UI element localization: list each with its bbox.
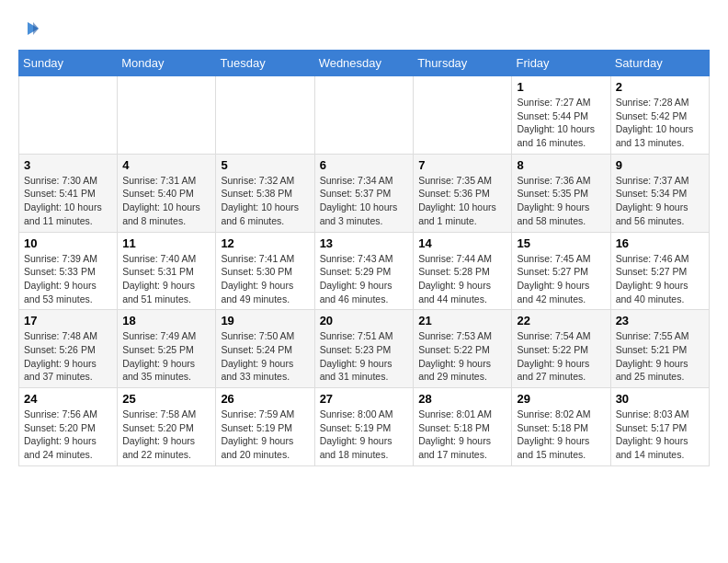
- calendar-cell: 12Sunrise: 7:41 AMSunset: 5:30 PMDayligh…: [216, 232, 314, 310]
- day-number: 13: [320, 236, 409, 250]
- calendar-cell: 23Sunrise: 7:55 AMSunset: 5:21 PMDayligh…: [610, 310, 709, 388]
- day-number: 24: [24, 392, 112, 406]
- day-info: Sunrise: 7:39 AMSunset: 5:33 PMDaylight:…: [24, 252, 112, 306]
- calendar-week-row: 3Sunrise: 7:30 AMSunset: 5:41 PMDaylight…: [19, 154, 710, 232]
- calendar-cell: 25Sunrise: 7:58 AMSunset: 5:20 PMDayligh…: [118, 388, 216, 466]
- day-number: 29: [517, 392, 605, 406]
- day-number: 17: [24, 314, 112, 327]
- calendar-cell: 14Sunrise: 7:44 AMSunset: 5:28 PMDayligh…: [414, 232, 512, 310]
- day-info: Sunrise: 7:54 AMSunset: 5:22 PMDaylight:…: [517, 329, 605, 384]
- calendar-cell: [216, 76, 314, 155]
- day-number: 25: [122, 392, 210, 406]
- day-number: 7: [418, 158, 506, 172]
- day-number: 28: [418, 392, 506, 406]
- day-of-week-header: Sunday: [19, 51, 118, 76]
- calendar-cell: 13Sunrise: 7:43 AMSunset: 5:29 PMDayligh…: [314, 232, 414, 310]
- calendar-cell: 29Sunrise: 8:02 AMSunset: 5:18 PMDayligh…: [512, 388, 610, 466]
- day-number: 4: [122, 158, 210, 172]
- calendar-cell: 10Sunrise: 7:39 AMSunset: 5:33 PMDayligh…: [19, 232, 118, 310]
- day-info: Sunrise: 7:37 AMSunset: 5:34 PMDaylight:…: [616, 174, 704, 228]
- day-number: 19: [221, 314, 309, 327]
- calendar-week-row: 10Sunrise: 7:39 AMSunset: 5:33 PMDayligh…: [19, 232, 710, 310]
- day-info: Sunrise: 7:36 AMSunset: 5:35 PMDaylight:…: [517, 174, 605, 228]
- day-info: Sunrise: 7:44 AMSunset: 5:28 PMDaylight:…: [418, 252, 506, 306]
- day-info: Sunrise: 7:51 AMSunset: 5:23 PMDaylight:…: [320, 329, 409, 384]
- calendar-cell: 3Sunrise: 7:30 AMSunset: 5:41 PMDaylight…: [19, 154, 118, 232]
- calendar-cell: 28Sunrise: 8:01 AMSunset: 5:18 PMDayligh…: [414, 388, 512, 466]
- day-of-week-header: Thursday: [414, 51, 512, 76]
- calendar-week-row: 24Sunrise: 7:56 AMSunset: 5:20 PMDayligh…: [19, 388, 710, 466]
- calendar-cell: [314, 76, 414, 155]
- day-info: Sunrise: 7:55 AMSunset: 5:21 PMDaylight:…: [616, 329, 704, 384]
- day-number: 11: [122, 236, 210, 250]
- day-number: 16: [616, 236, 704, 250]
- calendar-cell: 6Sunrise: 7:34 AMSunset: 5:37 PMDaylight…: [314, 154, 414, 232]
- day-info: Sunrise: 7:58 AMSunset: 5:20 PMDaylight:…: [122, 408, 210, 462]
- day-number: 22: [517, 314, 605, 327]
- day-info: Sunrise: 7:40 AMSunset: 5:31 PMDaylight:…: [122, 252, 210, 306]
- day-number: 2: [616, 80, 704, 94]
- day-info: Sunrise: 7:32 AMSunset: 5:38 PMDaylight:…: [221, 174, 309, 228]
- calendar-cell: 4Sunrise: 7:31 AMSunset: 5:40 PMDaylight…: [118, 154, 216, 232]
- day-info: Sunrise: 8:01 AMSunset: 5:18 PMDaylight:…: [418, 408, 506, 462]
- day-info: Sunrise: 7:48 AMSunset: 5:26 PMDaylight:…: [24, 329, 112, 384]
- day-number: 8: [517, 158, 605, 172]
- calendar-cell: 18Sunrise: 7:49 AMSunset: 5:25 PMDayligh…: [118, 310, 216, 388]
- day-info: Sunrise: 7:50 AMSunset: 5:24 PMDaylight:…: [221, 329, 309, 384]
- calendar-week-row: 17Sunrise: 7:48 AMSunset: 5:26 PMDayligh…: [19, 310, 710, 388]
- calendar-cell: 5Sunrise: 7:32 AMSunset: 5:38 PMDaylight…: [216, 154, 314, 232]
- calendar-cell: 8Sunrise: 7:36 AMSunset: 5:35 PMDaylight…: [512, 154, 610, 232]
- day-number: 14: [418, 236, 506, 250]
- calendar-cell: 11Sunrise: 7:40 AMSunset: 5:31 PMDayligh…: [118, 232, 216, 310]
- calendar-cell: 9Sunrise: 7:37 AMSunset: 5:34 PMDaylight…: [610, 154, 709, 232]
- svg-marker-1: [33, 22, 39, 35]
- page-header: [18, 18, 710, 35]
- day-number: 3: [24, 158, 112, 172]
- day-info: Sunrise: 7:56 AMSunset: 5:20 PMDaylight:…: [24, 408, 112, 462]
- calendar-cell: 20Sunrise: 7:51 AMSunset: 5:23 PMDayligh…: [314, 310, 414, 388]
- day-of-week-header: Saturday: [610, 51, 709, 76]
- calendar-cell: 19Sunrise: 7:50 AMSunset: 5:24 PMDayligh…: [216, 310, 314, 388]
- day-info: Sunrise: 8:02 AMSunset: 5:18 PMDaylight:…: [517, 408, 605, 462]
- calendar-cell: 17Sunrise: 7:48 AMSunset: 5:26 PMDayligh…: [19, 310, 118, 388]
- day-number: 21: [418, 314, 506, 327]
- calendar-cell: [118, 76, 216, 155]
- day-info: Sunrise: 7:34 AMSunset: 5:37 PMDaylight:…: [320, 174, 409, 228]
- day-number: 12: [221, 236, 309, 250]
- calendar-cell: 26Sunrise: 7:59 AMSunset: 5:19 PMDayligh…: [216, 388, 314, 466]
- day-number: 1: [517, 80, 605, 94]
- calendar-cell: 27Sunrise: 8:00 AMSunset: 5:19 PMDayligh…: [314, 388, 414, 466]
- day-info: Sunrise: 7:31 AMSunset: 5:40 PMDaylight:…: [122, 174, 210, 228]
- day-of-week-header: Wednesday: [314, 51, 414, 76]
- day-number: 23: [616, 314, 704, 327]
- day-number: 27: [320, 392, 409, 406]
- day-info: Sunrise: 7:49 AMSunset: 5:25 PMDaylight:…: [122, 329, 210, 384]
- calendar-header-row: SundayMondayTuesdayWednesdayThursdayFrid…: [19, 51, 710, 76]
- logo-icon: [20, 18, 40, 39]
- calendar-cell: 7Sunrise: 7:35 AMSunset: 5:36 PMDaylight…: [414, 154, 512, 232]
- calendar-week-row: 1Sunrise: 7:27 AMSunset: 5:44 PMDaylight…: [19, 76, 710, 155]
- calendar-cell: [414, 76, 512, 155]
- day-number: 9: [616, 158, 704, 172]
- calendar-cell: 30Sunrise: 8:03 AMSunset: 5:17 PMDayligh…: [610, 388, 709, 466]
- calendar-cell: 21Sunrise: 7:53 AMSunset: 5:22 PMDayligh…: [414, 310, 512, 388]
- day-number: 10: [24, 236, 112, 250]
- day-info: Sunrise: 7:46 AMSunset: 5:27 PMDaylight:…: [616, 252, 704, 306]
- day-info: Sunrise: 7:30 AMSunset: 5:41 PMDaylight:…: [24, 174, 112, 228]
- day-number: 26: [221, 392, 309, 406]
- day-number: 6: [320, 158, 409, 172]
- day-info: Sunrise: 7:45 AMSunset: 5:27 PMDaylight:…: [517, 252, 605, 306]
- day-number: 15: [517, 236, 605, 250]
- day-number: 20: [320, 314, 409, 327]
- day-info: Sunrise: 7:53 AMSunset: 5:22 PMDaylight:…: [418, 329, 506, 384]
- day-info: Sunrise: 7:35 AMSunset: 5:36 PMDaylight:…: [418, 174, 506, 228]
- calendar-cell: 2Sunrise: 7:28 AMSunset: 5:42 PMDaylight…: [610, 76, 709, 155]
- day-info: Sunrise: 7:59 AMSunset: 5:19 PMDaylight:…: [221, 408, 309, 462]
- day-info: Sunrise: 7:43 AMSunset: 5:29 PMDaylight:…: [320, 252, 409, 306]
- day-of-week-header: Monday: [118, 51, 216, 76]
- calendar-cell: 24Sunrise: 7:56 AMSunset: 5:20 PMDayligh…: [19, 388, 118, 466]
- day-number: 5: [221, 158, 309, 172]
- day-number: 18: [122, 314, 210, 327]
- day-info: Sunrise: 8:00 AMSunset: 5:19 PMDaylight:…: [320, 408, 409, 462]
- calendar-cell: [19, 76, 118, 155]
